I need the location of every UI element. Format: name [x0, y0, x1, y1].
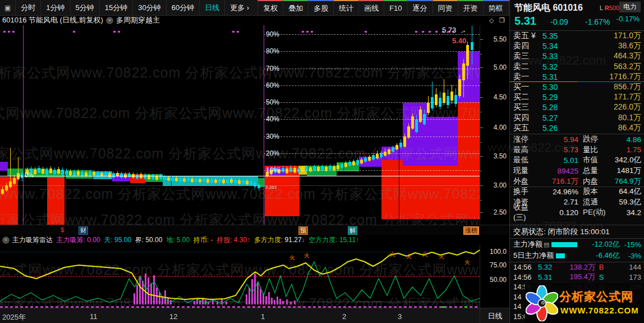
order-book-row[interactable]: 卖四5.3438.6万	[510, 41, 644, 51]
candle-body	[5, 185, 8, 190]
accumulation-bar	[153, 275, 155, 304]
candle-body	[203, 179, 205, 181]
price-tick	[480, 212, 483, 213]
event-marker-解[interactable]: 解	[348, 226, 357, 235]
menu-item-逐分[interactable]: 逐分	[407, 0, 433, 15]
candle-body	[392, 147, 394, 152]
menu-item-更多 ›[interactable]: 更多 ›	[224, 0, 254, 15]
menu-item-同资[interactable]: 同资	[433, 0, 458, 15]
menu-item-分时[interactable]: 分时	[15, 0, 40, 15]
candle-body	[34, 170, 36, 174]
order-book-row[interactable]: 卖三5.33464.3万	[510, 51, 644, 61]
menu-item-15分钟[interactable]: 15分钟	[99, 0, 132, 15]
candle-body	[89, 172, 91, 176]
event-marker-$[interactable]: $	[59, 226, 65, 234]
menu-item-多股[interactable]: 多股	[308, 0, 333, 15]
signal-dot	[113, 31, 116, 33]
stat-label: 跌停	[583, 134, 610, 144]
level-label: 买一	[513, 82, 542, 92]
menu-item-复权[interactable]: 复权	[257, 0, 283, 15]
order-book-row[interactable]: 买三5.28226.0万	[510, 102, 644, 112]
order-book-row[interactable]: 卖五 ¥5.35171.0万	[510, 31, 644, 41]
candle-body	[376, 154, 379, 158]
indicator-value: ↑	[356, 236, 359, 244]
candle-body	[333, 166, 335, 170]
indicator-value: 界: 50.00	[135, 236, 166, 244]
stat-value: 4.86	[610, 135, 641, 144]
diamond-icon[interactable]: ◇	[489, 17, 494, 24]
candle-body	[368, 157, 371, 161]
stat-value: 89425	[538, 167, 578, 175]
tick-price: 5.32	[538, 263, 560, 271]
order-book-row[interactable]: 买五5.2686.4万	[510, 123, 644, 133]
event-marker-财[interactable]: 财	[79, 226, 88, 235]
candle-body	[403, 137, 406, 147]
signal-dot	[302, 31, 304, 33]
stat-value: 34.2	[610, 208, 641, 217]
menu-item-画线[interactable]: 画线	[358, 0, 384, 15]
order-book-row[interactable]: 买二5.29171.7万	[510, 92, 644, 102]
panel-icon[interactable]: ❒	[499, 17, 505, 24]
menu-item-F10[interactable]: F10	[384, 0, 407, 15]
stat-label: 股本	[583, 186, 610, 197]
price-minor-tick	[480, 82, 482, 83]
signal-dot	[415, 31, 417, 33]
flower-logo-icon	[526, 285, 558, 321]
event-marker-预[interactable]: 预	[298, 226, 308, 235]
candle-body	[352, 161, 355, 165]
indicator-chevron-icon[interactable]: ˅	[2, 236, 10, 244]
stat-label: 现量	[513, 166, 538, 176]
stat-row: 最低5.01市值342.0亿	[510, 155, 644, 166]
candle-body	[289, 167, 292, 172]
level-price: 5.29	[542, 93, 582, 102]
accumulation-bar	[274, 300, 275, 304]
layout-icon[interactable]: ▣	[0, 0, 15, 15]
signal-dot	[311, 31, 313, 33]
detail-icon[interactable]: ▤	[544, 241, 549, 248]
indicator-axis: 100.075.0050.00	[480, 245, 510, 308]
chevron-down-icon[interactable]: ˅	[106, 17, 113, 24]
stat-label: 市值	[583, 155, 610, 165]
tick-time: 14:56	[513, 263, 538, 271]
flame-icon: 火	[390, 251, 395, 258]
candle-body	[250, 181, 252, 185]
price-tick-label: 3.50	[494, 152, 507, 160]
order-book-row[interactable]: 卖一5.311716.7万	[510, 72, 644, 82]
candle-body	[128, 174, 131, 177]
chart-titlebar: 601016 节能风电 (日线,前复权) ˅ 多周期穿越主 ◇ ❒	[0, 15, 509, 25]
candle-body	[199, 179, 201, 182]
menu-item-1分钟[interactable]: 1分钟	[40, 0, 70, 15]
zhuli-label: 主力净额	[513, 239, 542, 249]
menu-item-60分钟[interactable]: 60分钟	[166, 0, 199, 15]
menu-item-简框[interactable]: 简框	[483, 0, 508, 15]
order-book-row[interactable]: 买一5.30856.7万	[510, 82, 644, 92]
percent-label: 30%	[266, 133, 279, 140]
signal-dot	[118, 31, 120, 33]
candle-body	[344, 163, 347, 167]
percent-gridline	[264, 34, 480, 35]
candle-body	[458, 79, 461, 96]
level-price: 5.34	[542, 42, 582, 51]
menu-item-叠加[interactable]: 叠加	[283, 0, 308, 15]
main-capital-flow: 主力净额 ▤ -12.02亿 -15% 5日主力净额 -6.46亿 -3%	[510, 238, 644, 261]
menu-item-统计[interactable]: 统计	[333, 0, 358, 15]
indicator-chart[interactable]: 分析家公式网www.70822.com 分析家公式网www.70822.com …	[0, 245, 480, 308]
industry-badge[interactable]: 电力	[619, 2, 641, 12]
period-label[interactable]: 日线	[480, 308, 510, 323]
main-candle-chart[interactable]: 0% 3.263 5.73 → 5.40 分析家公式网www.70822.com…	[0, 25, 480, 225]
menu-item-开资[interactable]: 开资	[458, 0, 483, 15]
indicator-header: ˅ 主力吸筹雷达 主力吸筹: 0.00 天: 95.00 界: 50.00 地:…	[0, 235, 509, 245]
accumulation-bar	[260, 289, 261, 304]
event-marker-涨榜[interactable]: 涨榜	[463, 226, 479, 235]
indicator-band	[458, 102, 480, 219]
signal-dot	[435, 31, 438, 33]
menu-item-5分钟[interactable]: 5分钟	[70, 0, 99, 15]
tick-row: 14:565.32138.2万B144	[510, 262, 644, 272]
accumulation-bar	[148, 277, 149, 304]
order-book-row[interactable]: 卖二5.32563.2万	[510, 62, 644, 72]
signal-dot	[422, 31, 424, 33]
menu-item-30分钟[interactable]: 30分钟	[132, 0, 165, 15]
order-book-row[interactable]: 买四5.2780.1万	[510, 113, 644, 123]
menu-item-日线[interactable]: 日线	[199, 0, 224, 15]
stat-value: 342.0亿	[610, 155, 641, 165]
